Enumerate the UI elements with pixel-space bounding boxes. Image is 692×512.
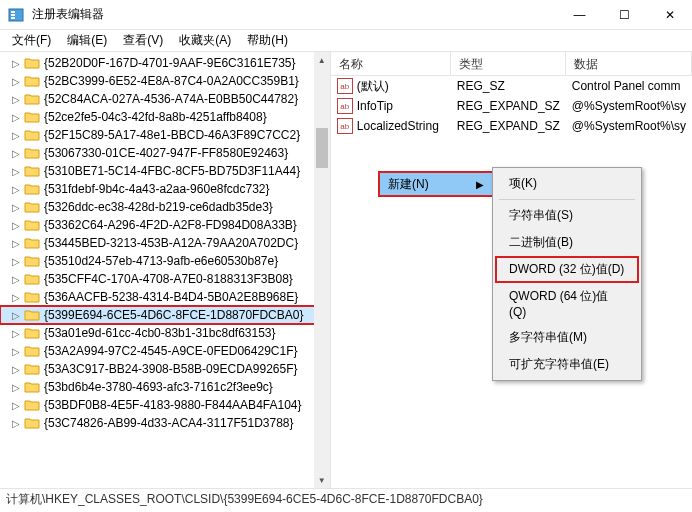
tree-item[interactable]: ▷{531fdebf-9b4c-4a43-a2aa-960e8fcdc732} — [0, 180, 330, 198]
expander-icon[interactable]: ▷ — [12, 112, 24, 123]
submenu-expand[interactable]: 可扩充字符串值(E) — [495, 351, 639, 378]
context-new[interactable]: 新建(N) ▶ — [380, 173, 492, 195]
expander-icon[interactable]: ▷ — [12, 76, 24, 87]
scroll-thumb[interactable] — [316, 128, 328, 168]
folder-icon — [24, 362, 40, 376]
tree-item[interactable]: ▷{53BDF0B8-4E5F-4183-9880-F844AAB4FA104} — [0, 396, 330, 414]
value-name: (默认) — [357, 78, 389, 95]
submenu-arrow-icon: ▶ — [476, 179, 484, 190]
tree-item[interactable]: ▷{52B20D0F-167D-4701-9AAF-9E6C3161E735} — [0, 54, 330, 72]
expander-icon[interactable]: ▷ — [12, 148, 24, 159]
string-value-icon: ab — [337, 78, 353, 94]
col-type[interactable]: 类型 — [451, 52, 566, 75]
folder-icon — [24, 164, 40, 178]
menu-file[interactable]: 文件(F) — [4, 30, 59, 51]
scroll-up-icon[interactable]: ▲ — [314, 52, 330, 68]
submenu-qword[interactable]: QWORD (64 位)值(Q) — [495, 283, 639, 324]
expander-icon[interactable]: ▷ — [12, 418, 24, 429]
expander-icon[interactable]: ▷ — [12, 256, 24, 267]
folder-icon — [24, 398, 40, 412]
tree-item[interactable]: ▷{53A2A994-97C2-4545-A9CE-0FED06429C1F} — [0, 342, 330, 360]
menu-favorites[interactable]: 收藏夹(A) — [171, 30, 239, 51]
col-data[interactable]: 数据 — [566, 52, 692, 75]
expander-icon[interactable]: ▷ — [12, 328, 24, 339]
expander-icon[interactable]: ▷ — [12, 220, 24, 231]
expander-icon[interactable]: ▷ — [12, 238, 24, 249]
expander-icon[interactable]: ▷ — [12, 292, 24, 303]
minimize-button[interactable]: — — [557, 0, 602, 30]
list-body: ab(默认)REG_SZControl Panel commabInfoTipR… — [331, 76, 692, 136]
tree-item-label: {52ce2fe5-04c3-42fd-8a8b-4251affb8408} — [44, 110, 267, 124]
expander-icon[interactable]: ▷ — [12, 274, 24, 285]
folder-icon — [24, 146, 40, 160]
expander-icon[interactable]: ▷ — [12, 94, 24, 105]
tree-item[interactable]: ▷{5399E694-6CE5-4D6C-8FCE-1D8870FDCBA0} — [0, 306, 330, 324]
tree-item[interactable]: ▷{52C84ACA-027A-4536-A74A-E0BB50C44782} — [0, 90, 330, 108]
tree-item-label: {5326ddc-ec38-428d-b219-ce6dadb35de3} — [44, 200, 273, 214]
tree-item[interactable]: ▷{53067330-01CE-4027-947F-FF8580E92463} — [0, 144, 330, 162]
col-name[interactable]: 名称 — [331, 52, 451, 75]
submenu-multi[interactable]: 多字符串值(M) — [495, 324, 639, 351]
tree-item-label: {52C84ACA-027A-4536-A74A-E0BB50C44782} — [44, 92, 298, 106]
status-path: 计算机\HKEY_CLASSES_ROOT\CLSID\{5399E694-6C… — [6, 491, 483, 508]
menu-edit[interactable]: 编辑(E) — [59, 30, 115, 51]
tree-item-label: {52F15C89-5A17-48e1-BBCD-46A3F89C7CC2} — [44, 128, 300, 142]
expander-icon[interactable]: ▷ — [12, 202, 24, 213]
folder-icon — [24, 200, 40, 214]
tree-item[interactable]: ▷{5310BE71-5C14-4FBC-8CF5-BD75D3F11A44} — [0, 162, 330, 180]
tree-item-label: {53A2A994-97C2-4545-A9CE-0FED06429C1F} — [44, 344, 298, 358]
tree-item[interactable]: ▷{53A3C917-BB24-3908-B58B-09ECDA99265F} — [0, 360, 330, 378]
window-title: 注册表编辑器 — [32, 6, 557, 23]
value-type: REG_SZ — [451, 77, 566, 95]
folder-icon — [24, 272, 40, 286]
tree-item-label: {53362C64-A296-4F2D-A2F8-FD984D08A33B} — [44, 218, 297, 232]
title-bar: 注册表编辑器 — ☐ ✕ — [0, 0, 692, 30]
list-row[interactable]: ab(默认)REG_SZControl Panel comm — [331, 76, 692, 96]
expander-icon[interactable]: ▷ — [12, 166, 24, 177]
value-type: REG_EXPAND_SZ — [451, 117, 566, 135]
close-button[interactable]: ✕ — [647, 0, 692, 30]
tree-panel: ▷{52B20D0F-167D-4701-9AAF-9E6C3161E735}▷… — [0, 52, 331, 488]
svg-rect-2 — [11, 14, 15, 16]
tree-item-label: {53510d24-57eb-4713-9afb-e6e60530b87e} — [44, 254, 278, 268]
list-header: 名称 类型 数据 — [331, 52, 692, 76]
tree-item[interactable]: ▷{5326ddc-ec38-428d-b219-ce6dadb35de3} — [0, 198, 330, 216]
expander-icon[interactable]: ▷ — [12, 310, 24, 321]
tree-item[interactable]: ▷{53510d24-57eb-4713-9afb-e6e60530b87e} — [0, 252, 330, 270]
submenu-binary[interactable]: 二进制值(B) — [495, 229, 639, 256]
tree-item[interactable]: ▷{536AACFB-5238-4314-B4D4-5B0A2E8B968E} — [0, 288, 330, 306]
tree-item[interactable]: ▷{53C74826-AB99-4d33-ACA4-3117F51D3788} — [0, 414, 330, 432]
tree-item[interactable]: ▷{53445BED-3213-453B-A12A-79AA20A702DC} — [0, 234, 330, 252]
tree-item[interactable]: ▷{535CFF4C-170A-4708-A7E0-8188313F3B08} — [0, 270, 330, 288]
tree-item[interactable]: ▷{52BC3999-6E52-4E8A-87C4-0A2A0CC359B1} — [0, 72, 330, 90]
folder-icon — [24, 254, 40, 268]
tree-item[interactable]: ▷{53362C64-A296-4F2D-A2F8-FD984D08A33B} — [0, 216, 330, 234]
submenu-key[interactable]: 项(K) — [495, 170, 639, 197]
submenu-dword[interactable]: DWORD (32 位)值(D) — [495, 256, 639, 283]
expander-icon[interactable]: ▷ — [12, 184, 24, 195]
list-row[interactable]: abLocalizedStringREG_EXPAND_SZ@%SystemRo… — [331, 116, 692, 136]
expander-icon[interactable]: ▷ — [12, 400, 24, 411]
expander-icon[interactable]: ▷ — [12, 58, 24, 69]
expander-icon[interactable]: ▷ — [12, 346, 24, 357]
menu-help[interactable]: 帮助(H) — [239, 30, 296, 51]
string-value-icon: ab — [337, 98, 353, 114]
list-row[interactable]: abInfoTipREG_EXPAND_SZ@%SystemRoot%\sy — [331, 96, 692, 116]
tree-item[interactable]: ▷{52ce2fe5-04c3-42fd-8a8b-4251affb8408} — [0, 108, 330, 126]
scroll-down-icon[interactable]: ▼ — [314, 472, 330, 488]
submenu-string[interactable]: 字符串值(S) — [495, 202, 639, 229]
expander-icon[interactable]: ▷ — [12, 364, 24, 375]
tree-item[interactable]: ▷{52F15C89-5A17-48e1-BBCD-46A3F89C7CC2} — [0, 126, 330, 144]
tree-scrollbar[interactable]: ▲ ▼ — [314, 52, 330, 488]
context-new-label: 新建(N) — [388, 176, 429, 193]
tree-item[interactable]: ▷{53a01e9d-61cc-4cb0-83b1-31bc8df63153} — [0, 324, 330, 342]
tree-item-label: {5310BE71-5C14-4FBC-8CF5-BD75D3F11A44} — [44, 164, 300, 178]
app-icon — [8, 7, 24, 23]
tree-item[interactable]: ▷{53bd6b4e-3780-4693-afc3-7161c2f3ee9c} — [0, 378, 330, 396]
menu-view[interactable]: 查看(V) — [115, 30, 171, 51]
expander-icon[interactable]: ▷ — [12, 130, 24, 141]
tree-item-label: {535CFF4C-170A-4708-A7E0-8188313F3B08} — [44, 272, 293, 286]
tree-item-label: {531fdebf-9b4c-4a43-a2aa-960e8fcdc732} — [44, 182, 270, 196]
expander-icon[interactable]: ▷ — [12, 382, 24, 393]
maximize-button[interactable]: ☐ — [602, 0, 647, 30]
